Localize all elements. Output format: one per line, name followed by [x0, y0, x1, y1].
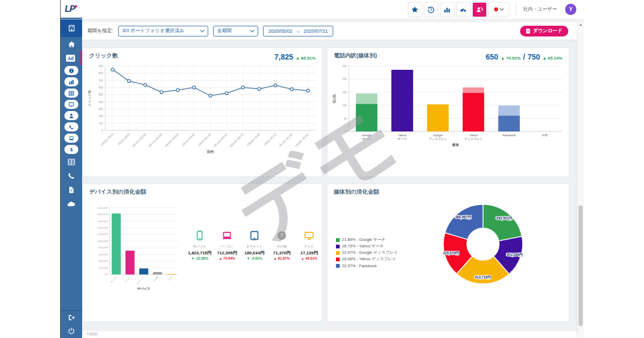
svg-text:ディスプレイ: ディスプレイ [464, 137, 482, 141]
legend-swatch [336, 251, 340, 255]
calls-total-change: ▲ 65.14% [543, 56, 562, 61]
device-stat-label: その他 [269, 244, 295, 249]
sidebar-item-home[interactable] [61, 37, 82, 51]
sidebar-item-chart[interactable] [61, 76, 82, 87]
legend-swatch [336, 258, 340, 261]
calls-answered-total: 650 [486, 53, 498, 61]
device-stat-label: パソコン [214, 244, 240, 249]
svg-text:媒体: 媒体 [452, 143, 460, 147]
svg-text:800: 800 [99, 71, 104, 75]
svg-text:タブレット: タブレット [136, 276, 145, 285]
svg-text:2,000,000円: 2,000,000円 [97, 207, 108, 209]
legend-swatch [336, 245, 340, 248]
recording-status-icon[interactable] [489, 3, 509, 17]
calls-bar-chart: 050100150200250GoogleサーチYahooサーチGoogleディ… [331, 62, 567, 157]
sidebar-item-laptop[interactable] [61, 133, 82, 144]
clicks-panel: クリック数 7,825 ▲ 85.51% 0100200300400500600… [82, 47, 323, 177]
date-arrow: → [296, 28, 301, 34]
sidebar-item-cloud[interactable] [61, 197, 82, 211]
svg-text:Google: Google [362, 134, 371, 137]
scrollbar-thumb[interactable] [579, 205, 583, 326]
laptop-icon [64, 134, 78, 143]
svg-text:250: 250 [342, 64, 347, 68]
sidebar-item-company[interactable] [61, 19, 82, 37]
logout-icon [68, 314, 75, 321]
sidebar-item-person[interactable] [61, 110, 82, 121]
svg-text:7月19日-7月25日: 7月19日-7月25日 [295, 133, 310, 148]
svg-text:1,200,000円: 1,200,000円 [97, 233, 108, 236]
device-stat-label: モバイル [187, 244, 213, 249]
avatar[interactable]: Y [565, 4, 576, 15]
svg-text:クリック数: クリック数 [88, 90, 92, 107]
svg-text:Yahoo: Yahoo [398, 134, 407, 137]
sidebar: Ad$ [61, 19, 82, 338]
period-select-value: 全期間 [217, 27, 232, 34]
filter-bar: 期間を指定: 3/3 ポートフォリオ選択済み 全期間 2020/05/02 → … [82, 22, 578, 40]
sidebar-item-report[interactable] [61, 183, 82, 197]
portfolio-select[interactable]: 3/3 ポートフォリオ選択済み [118, 26, 208, 36]
history-icon[interactable] [425, 3, 438, 17]
svg-text:Ad: Ad [68, 55, 74, 61]
sidebar-item-dollar[interactable]: $ [61, 144, 82, 155]
calls-headline: 650 ▲ 70.92% / 750 ▲ 65.14% [486, 52, 562, 62]
stats-icon[interactable] [441, 3, 454, 17]
dollar-icon: $ [64, 145, 78, 154]
scrollbar[interactable]: ▲ [577, 21, 584, 338]
sidebar-item-info[interactable] [61, 65, 82, 76]
date-range-picker[interactable]: 2020/05/02 → 2020/07/21 [263, 26, 333, 36]
legend-item[interactable]: 22.97% - Google ディスプレイ [336, 249, 398, 256]
demo-mode-icon[interactable] [473, 3, 486, 17]
table-icon [64, 89, 78, 98]
svg-text:0円: 0円 [105, 274, 108, 276]
sidebar-item-logout[interactable] [61, 310, 82, 324]
svg-text:400: 400 [99, 100, 104, 104]
sidebar-item-power[interactable] [61, 324, 82, 338]
sidebar-item-phone-small[interactable] [61, 121, 82, 133]
svg-text:7月5日-7月11日: 7月5日-7月11日 [263, 133, 277, 146]
svg-text:50: 50 [343, 117, 347, 120]
main-content: 期間を指定: 3/3 ポートフォリオ選択済み 全期間 2020/05/02 → … [82, 19, 578, 338]
phone-icon [68, 172, 75, 180]
svg-text:0: 0 [345, 130, 347, 133]
sidebar-item-phone[interactable] [61, 169, 82, 183]
svg-text:0: 0 [101, 129, 103, 132]
svg-text:Google: Google [433, 134, 443, 137]
legend-label: 20.37% - Facebook [342, 263, 377, 268]
portfolio-select-value: 3/3 ポートフォリオ選択済み [122, 27, 185, 34]
svg-text:393,501円: 393,501円 [496, 216, 512, 221]
user-role-label: 社内・ユーザー [523, 6, 557, 13]
calls-answered-change: ▲ 70.92% [501, 56, 521, 61]
clicks-headline: 7,825 ▲ 85.51% [274, 52, 316, 62]
svg-text:1,800,000円: 1,800,000円 [97, 214, 108, 216]
legend-item[interactable]: 18.08% - Yahoo ディスプレイ [336, 256, 398, 262]
app-logo[interactable]: LP [61, 0, 82, 19]
svg-text:6月21日-6月27日: 6月21日-6月27日 [229, 133, 244, 148]
tv-icon [296, 230, 322, 243]
legend-item[interactable]: 21.85% - Google サーチ [336, 237, 398, 243]
svg-text:5月10日-5月16日: 5月10日-5月16日 [131, 133, 147, 148]
legend-item[interactable]: 20.37% - Facebook [336, 262, 398, 269]
device-stat-change: ▲ 79.94% [214, 256, 240, 260]
svg-text:413,710円: 413,710円 [475, 275, 491, 280]
sidebar-item-ads[interactable]: Ad [61, 51, 82, 65]
period-select[interactable]: 全期間 [213, 26, 258, 36]
sidebar-item-grid[interactable] [61, 155, 82, 169]
topbar-icon-group [408, 3, 509, 17]
device-spend-head: デバイス別の消化金額 [83, 184, 322, 196]
media-spend-title: 媒体別の消化金額 [334, 188, 379, 196]
svg-text:150: 150 [342, 91, 347, 94]
star-icon[interactable] [408, 3, 422, 17]
device-stat-change: ▼ -0.61% [241, 256, 267, 260]
logo-dot [75, 5, 78, 8]
legend-item[interactable]: 16.73% - Yahoo サーチ [336, 243, 398, 249]
gauge-icon[interactable] [457, 3, 470, 17]
svg-text:デバイス: デバイス [137, 287, 150, 291]
scrollbar-up-arrow[interactable]: ▲ [577, 23, 584, 26]
sidebar-item-table[interactable] [61, 87, 82, 99]
device-stat-value: 71,370円 [269, 250, 295, 256]
download-icon [526, 28, 530, 34]
svg-text:4月26日-5月2日: 4月26日-5月2日 [100, 133, 114, 146]
sidebar-item-monitor[interactable] [61, 99, 82, 110]
download-button[interactable]: ダウンロード [520, 26, 568, 36]
calls-panel: 電話内訳(媒体別) 650 ▲ 70.92% / 750 ▲ 65.14% 05… [327, 47, 569, 177]
